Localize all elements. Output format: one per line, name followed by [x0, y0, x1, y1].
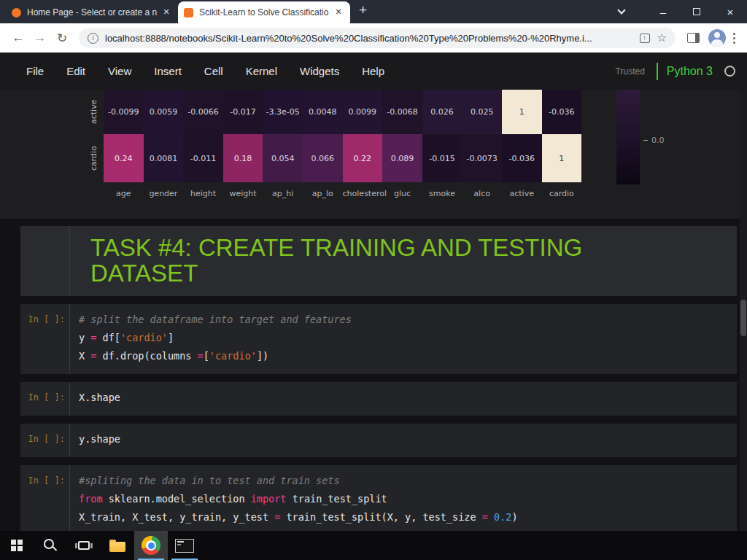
- heatmap-col-label: gluc: [382, 189, 422, 198]
- url-text[interactable]: localhost:8888/notebooks/Scikit-Learn%20…: [105, 33, 634, 44]
- share-icon[interactable]: ↑: [640, 34, 650, 43]
- code-line: y = df['cardio']: [79, 329, 352, 347]
- browser-menu-icon[interactable]: [733, 33, 735, 44]
- cell-prompt: In [ ]:: [20, 382, 70, 416]
- tab-close-icon[interactable]: ×: [160, 7, 172, 18]
- heatmap-colorbar: 0.0: [616, 90, 640, 184]
- heatmap-cell: 0.054: [263, 134, 303, 182]
- file-explorer-button[interactable]: [101, 531, 134, 560]
- heatmap-cell: -0.0099: [104, 90, 144, 134]
- bookmark-star-icon[interactable]: ☆: [657, 31, 667, 44]
- menu-insert[interactable]: Insert: [154, 65, 182, 77]
- code-editor[interactable]: X.shape: [70, 382, 120, 416]
- code-token: #spliting the data in to test and train …: [79, 475, 340, 486]
- menu-help[interactable]: Help: [362, 65, 384, 77]
- vertical-scrollbar[interactable]: [740, 90, 747, 531]
- address-bar[interactable]: i localhost:8888/notebooks/Scikit-Learn%…: [79, 28, 676, 48]
- kernel-indicator-area: Trusted Python 3: [616, 63, 735, 80]
- heatmap-cell: -0.0066: [183, 90, 223, 134]
- heatmap-col-label: smoke: [422, 189, 462, 198]
- code-cell[interactable]: In [ ]:#spliting the data in to test and…: [20, 465, 737, 531]
- taskbar-search-button[interactable]: [34, 531, 67, 560]
- heatmap-cell: 0.0048: [303, 90, 343, 134]
- menu-cell[interactable]: Cell: [204, 65, 223, 77]
- side-panel-icon[interactable]: [687, 33, 700, 43]
- heatmap-cell: -0.036: [542, 90, 582, 134]
- code-editor[interactable]: y.shape: [70, 424, 120, 457]
- code-token: 'cardio': [209, 350, 257, 362]
- heatmap-cell: 0.18: [223, 134, 263, 182]
- heatmap-cell: -0.0068: [382, 90, 422, 134]
- colorbar-gradient: [616, 90, 640, 184]
- jupyter-menu-bar: FileEditViewInsertCellKernelWidgetsHelp …: [0, 52, 747, 90]
- heatmap-col-label: height: [183, 189, 223, 198]
- file-explorer-icon: [109, 542, 125, 552]
- colorbar-tick: 0.0: [643, 136, 665, 145]
- chrome-icon: [142, 536, 160, 555]
- markdown-cell[interactable]: TASK #4: CREATE TRAINING AND TESTING DAT…: [20, 226, 737, 296]
- cell-gutter: [20, 226, 70, 296]
- code-token: sklearn.model_selection: [103, 493, 251, 505]
- browser-tab-home[interactable]: Home Page - Select or create a n ×: [6, 1, 178, 23]
- windows-taskbar: [0, 531, 747, 560]
- code-token: =: [198, 350, 204, 362]
- cell-prompt: In [ ]:: [20, 424, 70, 457]
- desktop-screen: Home Page - Select or create a n × Sciki…: [0, 0, 747, 560]
- browser-tab-strip: Home Page - Select or create a n × Sciki…: [0, 0, 747, 23]
- site-info-icon[interactable]: i: [88, 33, 98, 44]
- scrollbar-thumb[interactable]: [740, 300, 746, 336]
- tab-search-chevron-icon[interactable]: [617, 6, 625, 14]
- heatmap-cell: 0.0099: [343, 90, 383, 134]
- code-cell[interactable]: In [ ]:# split the dataframe into target…: [20, 304, 737, 374]
- heatmap-cell: 1: [542, 134, 582, 182]
- new-tab-button[interactable]: +: [359, 2, 367, 18]
- notebook-scroll-area[interactable]: active-0.00990.0059-0.0066-0.017-3.3e-05…: [0, 90, 747, 531]
- code-token: df[: [96, 332, 120, 343]
- code-token: train_test_split(X, y, test_size: [280, 511, 481, 523]
- jupyter-console-icon: [175, 539, 194, 553]
- profile-avatar[interactable]: [708, 29, 726, 47]
- menu-widgets[interactable]: Widgets: [300, 65, 339, 77]
- maximize-button[interactable]: [680, 0, 713, 23]
- heatmap-cell: -0.0073: [462, 134, 502, 182]
- menu-file[interactable]: File: [26, 65, 44, 77]
- code-token: [: [204, 350, 209, 362]
- task-view-button[interactable]: [67, 531, 101, 560]
- heatmap-cell: -0.015: [422, 134, 462, 182]
- code-line: #spliting the data in to test and train …: [79, 472, 518, 490]
- trusted-badge: Trusted: [616, 66, 645, 77]
- code-line: X_train, X_test, y_train, y_test = train…: [79, 508, 518, 526]
- close-button[interactable]: ×: [713, 0, 747, 23]
- code-token: 'cardio': [120, 332, 168, 343]
- tab-close-icon[interactable]: ×: [333, 7, 344, 18]
- reload-button[interactable]: ↻: [51, 27, 73, 49]
- code-editor[interactable]: # split the dataframe into target and fe…: [70, 304, 352, 374]
- back-button[interactable]: ←: [7, 27, 29, 49]
- task-view-icon: [78, 541, 90, 550]
- heatmap-col-label: age: [104, 189, 144, 198]
- browser-tab-notebook[interactable]: Scikit-Learn to Solve Classificatio ×: [178, 1, 350, 23]
- code-token: y.shape: [79, 433, 120, 445]
- code-line: # split the dataframe into target and fe…: [79, 311, 352, 329]
- code-cell[interactable]: In [ ]:y.shape: [20, 424, 737, 457]
- heatmap-cell: 0.066: [303, 134, 343, 182]
- code-editor[interactable]: #spliting the data in to test and train …: [70, 465, 518, 531]
- menu-view[interactable]: View: [108, 65, 131, 77]
- colorbar-tick-dash: [643, 140, 648, 141]
- code-token: df.drop(columns: [96, 350, 197, 362]
- taskbar-start-button[interactable]: [0, 531, 34, 560]
- forward-button[interactable]: →: [29, 27, 51, 49]
- kernel-name[interactable]: Python 3: [667, 65, 713, 78]
- code-token: train_test_split: [287, 493, 387, 505]
- notebook-favicon: [184, 8, 193, 18]
- console-taskbar-button[interactable]: [168, 531, 201, 560]
- menu-kernel[interactable]: Kernel: [246, 65, 277, 77]
- chrome-taskbar-button[interactable]: [134, 531, 168, 560]
- cell-prompt: In [ ]:: [20, 465, 70, 531]
- minimize-button[interactable]: –: [646, 0, 680, 23]
- menu-edit[interactable]: Edit: [66, 65, 85, 77]
- heatmap-col-labels: agegenderheightweightap_hiap_locholester…: [104, 182, 747, 198]
- search-icon: [44, 539, 57, 552]
- code-token: ): [511, 511, 517, 523]
- code-cell[interactable]: In [ ]:X.shape: [20, 382, 737, 416]
